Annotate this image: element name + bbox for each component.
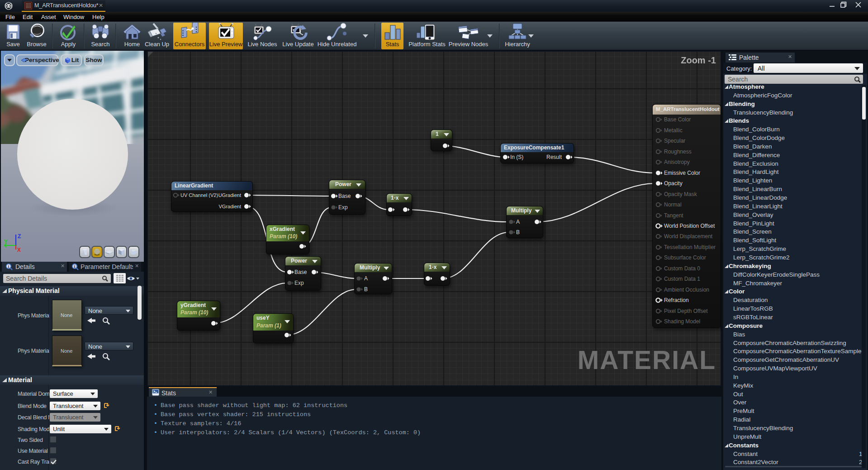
svg-text:i: i <box>8 264 9 269</box>
svg-text:Z: Z <box>18 233 21 240</box>
svg-text:i: i <box>74 264 76 269</box>
svg-text:X: X <box>17 247 21 253</box>
svg-text:Y: Y <box>4 239 8 245</box>
